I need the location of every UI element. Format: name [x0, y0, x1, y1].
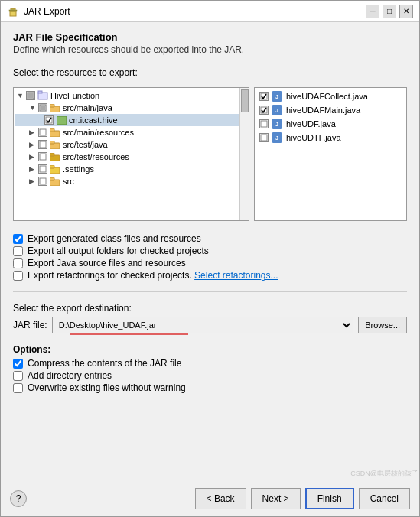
tree-item-hivefunction[interactable]: ▼ HiveFunction — [15, 89, 247, 102]
export-refactoring-label[interactable]: Export refactorings for checked projects… — [28, 270, 278, 281]
separator — [13, 291, 407, 292]
tree-item-settings[interactable]: ▶ .settings — [15, 163, 247, 175]
check-srcmainresources[interactable] — [38, 128, 47, 137]
export-classes-row: Export generated class files and resourc… — [13, 233, 407, 244]
overwrite-label[interactable]: Overwrite existing files without warning — [28, 382, 186, 393]
label-udtf: hiveUDTF.java — [286, 133, 341, 142]
bottom-bar: ? < Back Next > Finish Cancel — [1, 480, 419, 516]
icon-cnitcasthive — [56, 115, 67, 125]
cancel-button[interactable]: Cancel — [359, 488, 410, 509]
svg-rect-18 — [50, 141, 54, 144]
adddir-checkbox[interactable] — [13, 371, 23, 381]
arrow-settings: ▶ — [29, 165, 38, 173]
right-item-main[interactable]: J hiveUDAFMain.java — [256, 103, 405, 117]
arrow-srctestjava: ▶ — [29, 141, 38, 148]
check-cnitcasthive[interactable] — [44, 115, 54, 125]
overwrite-checkbox[interactable] — [13, 383, 23, 393]
export-refactoring-checkbox[interactable] — [13, 271, 23, 281]
tree-container: ▼ HiveFunction ▼ — [13, 87, 407, 221]
title-bar-left: JAR Export — [7, 5, 70, 18]
icon-hivefunction — [37, 90, 48, 101]
tree-scrollbar[interactable] — [239, 88, 249, 220]
export-classes-checkbox[interactable] — [13, 234, 23, 244]
window-title: JAR Export — [24, 6, 70, 17]
title-bar: JAR Export ─ □ ✕ — [1, 1, 419, 22]
browse-button[interactable]: Browse... — [358, 317, 407, 333]
right-item-udtf[interactable]: J hiveUDTF.java — [256, 131, 405, 145]
svg-rect-10 — [50, 104, 54, 107]
help-button[interactable]: ? — [10, 490, 27, 507]
right-item-collect[interactable]: J hiveUDAFCollect.java — [256, 89, 405, 103]
tree-item-srctestjava[interactable]: ▶ src/test/java — [15, 138, 247, 151]
label-udf: hiveUDF.java — [286, 119, 336, 128]
next-button[interactable]: Next > — [251, 488, 301, 509]
tree-item-srcmainjava[interactable]: ▼ src/main/java — [15, 102, 247, 114]
check-src[interactable] — [38, 177, 47, 186]
check-collect[interactable] — [259, 92, 269, 101]
check-srctestresources[interactable] — [38, 152, 47, 161]
close-button[interactable]: ✕ — [399, 5, 413, 18]
export-output-label[interactable]: Export all output folders for checked pr… — [28, 245, 209, 256]
label-srcmainjava: src/main/java — [63, 103, 112, 112]
svg-rect-34 — [261, 121, 267, 127]
tree-item-srcmainresources[interactable]: ▶ src/main/resources — [15, 126, 247, 138]
section-title: JAR File Specification — [13, 31, 407, 43]
icon-java-main: J — [272, 105, 282, 115]
svg-text:J: J — [275, 108, 278, 113]
tree-item-src[interactable]: ▶ src — [15, 175, 247, 187]
underline-decoration — [70, 333, 188, 335]
svg-rect-16 — [40, 141, 46, 148]
svg-rect-27 — [50, 177, 54, 180]
svg-text:J: J — [275, 94, 278, 99]
svg-rect-4 — [28, 93, 33, 98]
jar-icon — [7, 5, 19, 18]
finish-button[interactable]: Finish — [305, 488, 354, 509]
check-udf[interactable] — [259, 119, 269, 128]
svg-rect-21 — [50, 153, 54, 156]
jar-file-label: JAR file: — [13, 320, 47, 330]
scrollbar-thumb[interactable] — [241, 89, 249, 112]
label-srctestjava: src/test/java — [63, 140, 108, 149]
jar-file-row: JAR file: D:\Desktop\hive_UDAF.jar Brows… — [13, 317, 407, 333]
maximize-button[interactable]: □ — [383, 5, 396, 18]
check-udtf[interactable] — [259, 133, 269, 142]
label-srctestresources: src/test/resources — [63, 152, 129, 161]
tree-item-cnitcasthive[interactable]: cn.itcast.hive — [15, 114, 247, 126]
check-settings[interactable] — [38, 164, 47, 174]
jar-file-input[interactable]: D:\Desktop\hive_UDAF.jar — [52, 317, 353, 333]
icon-settings — [50, 164, 60, 174]
right-item-udf[interactable]: J hiveUDF.java — [256, 117, 405, 131]
compress-checkbox[interactable] — [13, 359, 23, 369]
back-button[interactable]: < Back — [195, 488, 246, 509]
compress-label[interactable]: Compress the contents of the JAR file — [28, 358, 181, 369]
svg-rect-13 — [40, 129, 46, 135]
check-srctestjava[interactable] — [38, 140, 47, 149]
adddir-row: Add directory entries — [13, 370, 407, 381]
tree-item-srctestresources[interactable]: ▶ src/test/resources — [15, 151, 247, 163]
section-desc: Define which resources should be exporte… — [13, 44, 407, 55]
arrow-src: ▶ — [29, 177, 38, 185]
export-output-checkbox[interactable] — [13, 246, 23, 256]
left-tree-panel[interactable]: ▼ HiveFunction ▼ — [13, 87, 249, 221]
export-source-label[interactable]: Export Java source files and resources — [28, 258, 186, 268]
overwrite-row: Overwrite existing files without warning — [13, 382, 407, 393]
minimize-button[interactable]: ─ — [366, 5, 379, 18]
label-cnitcasthive: cn.itcast.hive — [69, 115, 118, 125]
svg-rect-2 — [9, 10, 17, 11]
check-main[interactable] — [259, 106, 269, 115]
export-source-checkbox[interactable] — [13, 258, 23, 268]
svg-rect-12 — [57, 116, 67, 125]
svg-text:J: J — [275, 122, 278, 127]
check-hivefunction[interactable] — [26, 91, 35, 100]
jar-export-window: JAR Export ─ □ ✕ JAR File Specification … — [0, 0, 420, 517]
adddir-label[interactable]: Add directory entries — [28, 370, 112, 381]
bottom-right: < Back Next > Finish Cancel — [195, 488, 410, 509]
resources-label: Select the resources to export: — [13, 67, 407, 78]
export-classes-label[interactable]: Export generated class files and resourc… — [28, 233, 201, 244]
main-content: JAR File Specification Define which reso… — [1, 22, 419, 480]
svg-rect-8 — [41, 106, 45, 110]
select-refactorings-link[interactable]: Select refactorings... — [194, 270, 278, 281]
check-srcmainjava[interactable] — [38, 103, 47, 112]
arrow-srcmainjava: ▼ — [29, 104, 38, 112]
svg-rect-24 — [50, 165, 54, 168]
